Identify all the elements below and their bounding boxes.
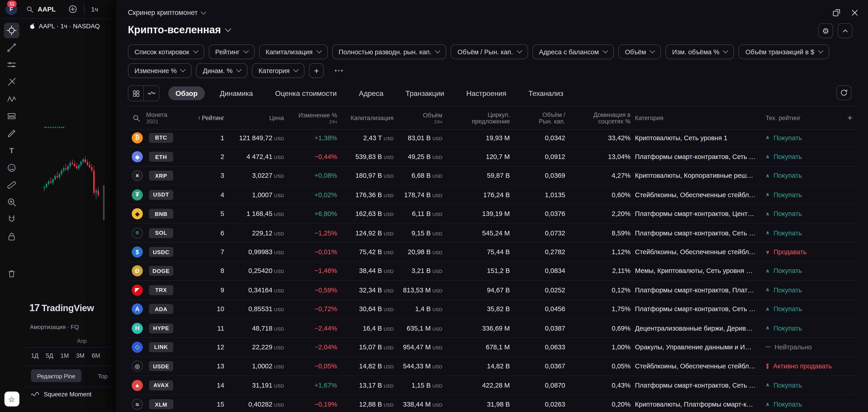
- column-rank[interactable]: ↑Рейтинг: [193, 115, 225, 121]
- tab-valuation[interactable]: Оценка стоимости: [268, 86, 344, 100]
- pattern-tool[interactable]: [4, 91, 20, 107]
- table-row[interactable]: ◆BNB51 168,45USD+6,80%162,63 BUSD6,11 BU…: [128, 205, 856, 224]
- column-coin[interactable]: Монета 3501: [128, 111, 193, 125]
- lock-tool[interactable]: [4, 229, 20, 244]
- trendline-tool[interactable]: [4, 40, 20, 55]
- coin-ticker[interactable]: USDT: [149, 190, 174, 200]
- filter-chip[interactable]: Список котировок: [128, 44, 204, 59]
- coin-ticker[interactable]: LINK: [149, 342, 174, 352]
- tab-transactions[interactable]: Транзакции: [398, 86, 451, 100]
- pitchfork-tool[interactable]: [4, 74, 20, 90]
- timeframe-button[interactable]: 3М: [76, 352, 85, 359]
- interval-button[interactable]: 1ч: [91, 6, 98, 12]
- coin-ticker[interactable]: DOGE: [149, 266, 174, 276]
- coin-ticker[interactable]: BNB: [149, 209, 174, 219]
- table-row[interactable]: ₮USDT41,0007USD+0,02%176,36 BUSD178,74 B…: [128, 186, 856, 205]
- trash-icon[interactable]: [4, 266, 20, 282]
- symbol-search[interactable]: AAPL: [26, 5, 56, 13]
- coin-ticker[interactable]: XRP: [149, 171, 174, 181]
- open-popup-icon[interactable]: [832, 8, 842, 17]
- coin-ticker[interactable]: AVAX: [149, 380, 174, 390]
- filter-chip[interactable]: Адреса с балансом: [532, 44, 614, 59]
- column-category[interactable]: Категория: [631, 115, 766, 121]
- position-tool[interactable]: [4, 109, 20, 124]
- coin-ticker[interactable]: ADA: [149, 304, 174, 314]
- tab-addresses[interactable]: Адреса: [352, 86, 391, 100]
- filter-chip[interactable]: Капитализация: [259, 44, 328, 59]
- column-circulating[interactable]: Циркул.предложение: [443, 111, 511, 125]
- refresh-button[interactable]: [836, 85, 851, 100]
- favorites-star-button[interactable]: ☆: [4, 391, 19, 406]
- emoji-tool[interactable]: [4, 160, 20, 176]
- coin-ticker[interactable]: ETH: [149, 152, 174, 162]
- column-volume[interactable]: Объём24ч: [395, 112, 443, 124]
- filter-chip[interactable]: Категория: [252, 63, 305, 78]
- zoom-tool[interactable]: [4, 195, 20, 210]
- column-volmcap[interactable]: Объём /Рын. кап.: [511, 111, 566, 125]
- table-row[interactable]: ◆ETH24 472,41USD−0,44%539,83 BUSD49,25 B…: [128, 147, 856, 167]
- column-change[interactable]: Изменение %24ч: [285, 112, 338, 124]
- tab-technicals[interactable]: Теханализ: [521, 86, 570, 100]
- pine-editor-button[interactable]: Редактор Pine: [31, 369, 81, 382]
- filter-chip[interactable]: Изм. объёма %: [665, 44, 734, 59]
- screener-heading-menu[interactable]: Крипто-вселенная: [128, 22, 230, 38]
- filter-chip[interactable]: Изменение %: [128, 63, 192, 78]
- brush-tool[interactable]: [4, 126, 20, 141]
- table-row[interactable]: ◤TRX90,34164USD−0,59%32,34 BUSD813,53 MU…: [128, 281, 856, 300]
- tab-performance[interactable]: Динамика: [213, 86, 260, 100]
- table-row[interactable]: ≡SOL6229,12USD−1,25%124,92 BUSD9,15 BUSD…: [128, 224, 856, 243]
- trading-panel-label[interactable]: Тор: [98, 373, 107, 379]
- coin-ticker[interactable]: XLM: [149, 399, 174, 409]
- tradingview-logo[interactable]: 17 TradingView: [29, 302, 94, 314]
- study-row[interactable]: Squeeze Moment: [31, 391, 91, 398]
- ruler-tool[interactable]: [4, 177, 20, 193]
- filter-chip[interactable]: Объём транзакций в $: [739, 44, 829, 59]
- table-row[interactable]: ▲AVAX1431,191USD+1,67%13,17 BUSD1,15 BUS…: [128, 376, 856, 395]
- table-row[interactable]: AADA100,85531USD−0,72%30,64 BUSD1,4 BUSD…: [128, 300, 856, 319]
- tab-overview[interactable]: Обзор: [168, 86, 205, 100]
- timeframe-button[interactable]: 5Д: [46, 352, 53, 359]
- table-row[interactable]: ≈XLM150,40282USD−0,19%12,88 BUSD338,44 M…: [128, 395, 856, 412]
- coin-ticker[interactable]: BTC: [149, 133, 174, 143]
- timeframe-button[interactable]: 6М: [92, 352, 100, 359]
- chart-symbol-header[interactable]: AAPL · 1ч · NASDAQ: [29, 22, 114, 30]
- table-row[interactable]: ÐDOGE80,25420USD−1,46%38,44 BUSD3,21 BUS…: [128, 262, 856, 281]
- tab-sentiment[interactable]: Настроения: [459, 86, 514, 100]
- magnet-tool[interactable]: [4, 212, 20, 227]
- filter-chip[interactable]: Рейтинг: [209, 44, 254, 59]
- text-tool[interactable]: T: [4, 143, 20, 158]
- timeframe-button[interactable]: 1Д: [31, 352, 38, 359]
- table-row[interactable]: ◎USDE131,0002USD−0,05%14,82 BUSD544,33 M…: [128, 357, 856, 376]
- timeframe-button[interactable]: 1М: [60, 352, 69, 359]
- column-tech-rating[interactable]: Тех. рейтинг: [766, 115, 840, 121]
- table-row[interactable]: ×XRP33,0227USD+0,08%180,97 BUSD6,68 BUSD…: [128, 167, 856, 186]
- filter-chip[interactable]: Полностью разводн. рын. кап.: [332, 44, 446, 59]
- screener-title-menu[interactable]: Скринер криптомонет: [128, 9, 206, 17]
- scrollbar-handle[interactable]: [103, 185, 105, 220]
- coin-ticker[interactable]: TRX: [149, 285, 174, 295]
- collapse-button[interactable]: [837, 23, 852, 38]
- coin-ticker[interactable]: HYPE: [149, 323, 174, 333]
- close-icon[interactable]: [850, 8, 859, 17]
- compare-add-icon[interactable]: [68, 4, 77, 14]
- column-price[interactable]: Цена: [225, 115, 285, 121]
- column-social[interactable]: Доминация всоцсетях %: [566, 111, 631, 125]
- filter-chip[interactable]: Динам. %: [196, 63, 248, 78]
- coin-ticker[interactable]: SOL: [149, 228, 174, 238]
- table-row[interactable]: ◇LINK1222,229USD−2,04%15,07 BUSD954,47 M…: [128, 338, 856, 357]
- filter-chip[interactable]: Объём: [618, 44, 661, 59]
- filter-chip[interactable]: Объём / Рын. кап.: [451, 44, 528, 59]
- add-filter-button[interactable]: +: [309, 63, 324, 78]
- table-row[interactable]: ₿BTC1121 849,72USD+1,38%2,43 TUSD83,01 B…: [128, 128, 856, 147]
- column-cap[interactable]: Капитализация: [338, 115, 395, 121]
- table-row[interactable]: $USDC70,99983USD−0,01%75,42 BUSD20,98 BU…: [128, 243, 856, 262]
- chart-view-button[interactable]: [143, 86, 159, 101]
- more-filters-button[interactable]: [333, 68, 345, 73]
- add-column-button[interactable]: +: [840, 113, 856, 123]
- coin-ticker[interactable]: USDE: [149, 361, 174, 371]
- coin-ticker[interactable]: USDC: [149, 247, 174, 257]
- table-view-button[interactable]: [128, 86, 143, 101]
- channel-tool[interactable]: [4, 57, 20, 72]
- settings-button[interactable]: ⚙: [818, 23, 833, 38]
- crosshair-tool[interactable]: [4, 23, 20, 38]
